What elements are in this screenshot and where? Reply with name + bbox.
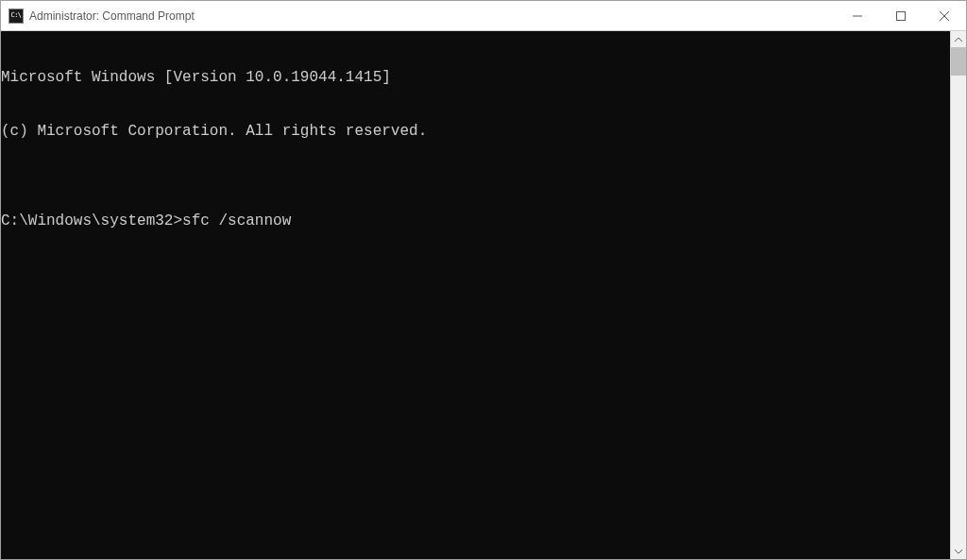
- vertical-scrollbar[interactable]: [950, 31, 966, 559]
- terminal-line: (c) Microsoft Corporation. All rights re…: [1, 123, 950, 141]
- scroll-up-arrow[interactable]: [951, 31, 966, 47]
- minimize-icon: [853, 11, 862, 21]
- window-title: Administrator: Command Prompt: [29, 9, 836, 23]
- scroll-thumb[interactable]: [951, 47, 966, 76]
- app-icon-glyph: C:\: [10, 12, 21, 19]
- scroll-down-arrow[interactable]: [951, 543, 966, 559]
- maximize-button[interactable]: [879, 1, 923, 30]
- scroll-track[interactable]: [951, 47, 966, 543]
- maximize-icon: [896, 11, 906, 21]
- app-icon: C:\: [8, 8, 24, 24]
- titlebar[interactable]: C:\ Administrator: Command Prompt: [1, 1, 966, 31]
- terminal-line: Microsoft Windows [Version 10.0.19044.14…: [1, 69, 950, 87]
- close-icon: [940, 11, 949, 21]
- svg-rect-1: [897, 11, 906, 20]
- chevron-up-icon: [955, 38, 962, 42]
- content-area: Microsoft Windows [Version 10.0.19044.14…: [1, 31, 966, 559]
- window-controls: [836, 1, 966, 30]
- command-prompt-window: C:\ Administrator: Command Prompt Micros…: [0, 0, 967, 560]
- terminal-prompt-line: C:\Windows\system32>sfc /scannow: [1, 212, 950, 230]
- close-button[interactable]: [923, 1, 966, 30]
- minimize-button[interactable]: [836, 1, 879, 30]
- terminal-output[interactable]: Microsoft Windows [Version 10.0.19044.14…: [1, 31, 950, 559]
- chevron-down-icon: [955, 550, 962, 553]
